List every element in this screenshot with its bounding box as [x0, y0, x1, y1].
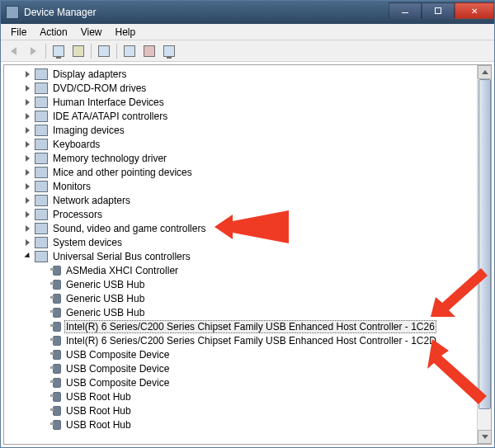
- tree-category[interactable]: Human Interface Devices: [7, 95, 477, 109]
- tree-spacer: [40, 391, 51, 402]
- usb-device-icon: [53, 308, 61, 318]
- collapse-icon[interactable]: [22, 251, 33, 262]
- tree-item-label: DVD/CD-ROM drives: [51, 82, 148, 95]
- tree-category[interactable]: IDE ATA/ATAPI controllers: [7, 109, 477, 123]
- device-category-icon: [35, 181, 48, 192]
- tree-item-label: Mice and other pointing devices: [51, 166, 194, 179]
- tree-item[interactable]: Intel(R) 6 Series/C200 Series Chipset Fa…: [7, 333, 477, 347]
- tree-item[interactable]: USB Composite Device: [7, 375, 477, 389]
- usb-device-icon: [53, 294, 61, 304]
- tree-item-label: IDE ATA/ATAPI controllers: [51, 110, 169, 123]
- usb-device-icon: [53, 266, 61, 276]
- tree-category[interactable]: Display adapters: [7, 67, 477, 81]
- tree-item[interactable]: Intel(R) 6 Series/C200 Series Chipset Fa…: [7, 319, 477, 333]
- tree-item[interactable]: USB Root Hub: [7, 403, 477, 417]
- tree-spacer: [40, 419, 51, 430]
- device-tree[interactable]: Display adaptersDVD/CD-ROM drivesHuman I…: [4, 65, 477, 444]
- scan-hardware-button[interactable]: [160, 42, 178, 60]
- tree-spacer: [40, 363, 51, 374]
- tree-item-label: Generic USB Hub: [64, 292, 146, 305]
- tree-category[interactable]: Mice and other pointing devices: [7, 165, 477, 179]
- tree-category[interactable]: Universal Serial Bus controllers: [7, 249, 477, 263]
- expand-icon[interactable]: [22, 223, 33, 233]
- tree-panel: Display adaptersDVD/CD-ROM drivesHuman I…: [3, 64, 492, 445]
- tree-spacer: [40, 377, 51, 388]
- usb-device-icon: [53, 322, 61, 332]
- close-button[interactable]: ✕: [455, 2, 494, 19]
- tree-item[interactable]: USB Root Hub: [7, 417, 477, 431]
- vertical-scrollbar[interactable]: [477, 65, 491, 444]
- tree-category[interactable]: DVD/CD-ROM drives: [7, 81, 477, 95]
- titlebar[interactable]: Device Manager ✕: [1, 1, 494, 24]
- tree-item-label: Memory technology driver: [51, 152, 168, 165]
- scroll-down-button[interactable]: [478, 430, 492, 444]
- tree-item-label: Intel(R) 6 Series/C200 Series Chipset Fa…: [64, 320, 436, 333]
- tree-spacer: [40, 279, 51, 290]
- tree-item[interactable]: USB Composite Device: [7, 361, 477, 375]
- tree-category[interactable]: Processors: [7, 207, 477, 221]
- tree-item[interactable]: USB Root Hub: [7, 389, 477, 403]
- expand-icon[interactable]: [22, 167, 33, 177]
- forward-button[interactable]: [24, 42, 42, 60]
- expand-icon[interactable]: [22, 237, 33, 248]
- tree-category[interactable]: Sound, video and game controllers: [7, 221, 477, 235]
- device-category-icon: [35, 125, 48, 136]
- expand-icon[interactable]: [22, 68, 33, 79]
- toolbar-separator: [116, 44, 117, 59]
- tree-item[interactable]: Generic USB Hub: [7, 277, 477, 291]
- device-manager-window: Device Manager ✕ File Action View Help D…: [0, 0, 495, 448]
- usb-device-icon: [53, 420, 61, 430]
- uninstall-button[interactable]: [140, 42, 158, 60]
- tree-item[interactable]: USB Composite Device: [7, 347, 477, 361]
- tree-item-label: Sound, video and game controllers: [51, 222, 207, 235]
- expand-icon[interactable]: [22, 125, 33, 135]
- tree-item[interactable]: Generic USB Hub: [7, 291, 477, 305]
- tree-item-label: USB Composite Device: [64, 362, 171, 375]
- device-category-icon: [35, 209, 48, 220]
- tree-category[interactable]: Monitors: [7, 179, 477, 193]
- minimize-button[interactable]: [389, 2, 422, 19]
- show-hidden-button[interactable]: [50, 42, 68, 60]
- tree-category[interactable]: System devices: [7, 235, 477, 249]
- usb-device-icon: [53, 364, 61, 374]
- tree-category[interactable]: Keyboards: [7, 137, 477, 151]
- device-category-icon: [35, 223, 48, 234]
- usb-device-icon: [53, 378, 61, 388]
- help-button[interactable]: [95, 42, 113, 60]
- tree-item-label: Human Interface Devices: [51, 96, 166, 109]
- scroll-thumb[interactable]: [478, 79, 491, 409]
- device-category-icon: [35, 97, 48, 108]
- scroll-up-button[interactable]: [478, 65, 492, 79]
- tree-item[interactable]: ASMedia XHCI Controller: [7, 263, 477, 277]
- tree-item-label: ASMedia XHCI Controller: [64, 264, 180, 277]
- menu-help[interactable]: Help: [109, 25, 143, 40]
- expand-icon[interactable]: [22, 195, 33, 205]
- tree-spacer: [40, 307, 51, 318]
- expand-icon[interactable]: [22, 83, 33, 93]
- menu-view[interactable]: View: [74, 25, 109, 40]
- expand-icon[interactable]: [22, 111, 33, 121]
- expand-icon[interactable]: [22, 139, 33, 149]
- toolbar: [1, 40, 494, 62]
- tree-item-label: USB Composite Device: [64, 348, 171, 361]
- tree-item-label: USB Root Hub: [64, 390, 133, 403]
- expand-icon[interactable]: [22, 181, 33, 191]
- tree-item[interactable]: Generic USB Hub: [7, 305, 477, 319]
- back-button[interactable]: [4, 42, 22, 60]
- expand-icon[interactable]: [22, 153, 33, 163]
- tree-category[interactable]: Imaging devices: [7, 123, 477, 137]
- menu-action[interactable]: Action: [33, 25, 73, 40]
- tree-category[interactable]: Network adapters: [7, 193, 477, 207]
- tree-item-label: Generic USB Hub: [64, 306, 146, 319]
- expand-icon[interactable]: [22, 97, 33, 107]
- maximize-button[interactable]: [422, 2, 455, 19]
- menu-file[interactable]: File: [4, 25, 33, 40]
- expand-icon[interactable]: [22, 209, 33, 219]
- device-category-icon: [35, 68, 48, 80]
- tree-category[interactable]: Memory technology driver: [7, 151, 477, 165]
- menubar: File Action View Help: [1, 24, 494, 40]
- device-category-icon: [35, 83, 48, 94]
- properties-button[interactable]: [69, 42, 87, 60]
- tree-spacer: [40, 349, 51, 360]
- update-driver-button[interactable]: [120, 42, 139, 60]
